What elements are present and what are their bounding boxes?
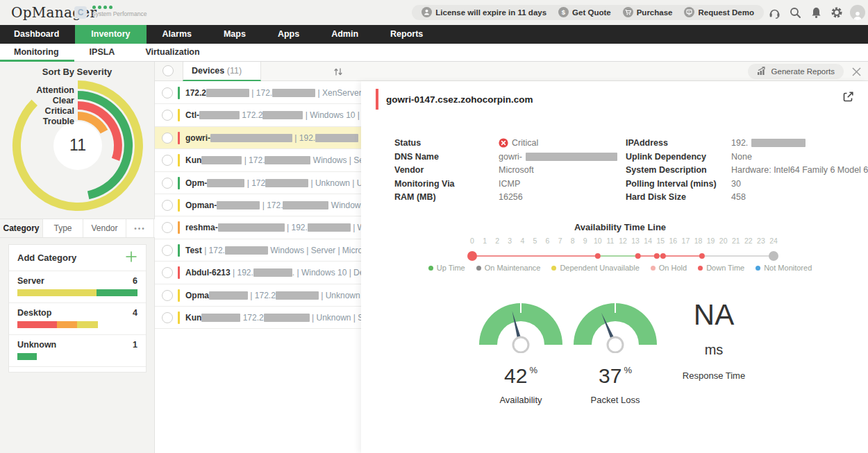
subnav-item-monitoring[interactable]: Monitoring [0,44,74,61]
gear-icon[interactable] [826,6,847,19]
search-icon[interactable] [785,6,806,19]
timeline-tick: 11 [606,237,614,245]
severity-label-trouble[interactable]: Trouble [43,117,74,126]
timeline-marker[interactable] [699,253,705,259]
category-tabs-more[interactable]: ••• [126,219,154,237]
left-sidebar: Sort By Severity AttentionClearCriticalT… [0,62,155,453]
severity-strip [178,311,180,324]
device-checkbox[interactable] [162,267,173,278]
device-checkbox[interactable] [162,245,173,256]
device-checkbox[interactable] [162,133,173,144]
license-pill-item-get-quote[interactable]: $Get Quote [558,7,611,19]
redacted-text [209,291,248,300]
device-row-6[interactable]: Opman- | 172. Windows 2012 R2 [155,194,361,216]
severity-label-critical[interactable]: Critical [45,106,74,116]
device-row-9[interactable]: Abdul-6213 | 192.. | Windows 10 | Deskto… [155,262,361,284]
generate-reports-label: Generate Reports [771,67,835,76]
device-row-4[interactable]: Kun | 172. Windows | Server | Micros [155,149,361,171]
device-severity-bar [376,89,378,110]
nav-item-dashboard[interactable]: Dashboard [0,25,75,44]
category-row-desktop[interactable]: Desktop4 [9,302,146,334]
device-row-7[interactable]: reshma- | 192. | Wind [155,216,361,239]
device-name: Opm- [185,178,207,188]
device-name: Ctl- [185,110,199,120]
response-time-value: NA [655,299,773,331]
sort-icon[interactable] [333,67,344,80]
device-row-2[interactable]: Ctl- 172.2 | Windows 10 | Desktop | Micr [155,104,361,126]
device-row-5[interactable]: Opm- | 172 | Unknown | Unknown | U [155,172,361,194]
subnav-item-virtualization[interactable]: Virtualization [130,44,215,61]
devices-tab[interactable]: Devices (11) [183,62,261,81]
device-checkbox[interactable] [162,87,173,99]
severity-label-clear[interactable]: Clear [53,96,74,105]
device-row-11[interactable]: Kun 172.2 | Unknown | Server | Unknow [155,307,361,329]
device-info: | Wind [351,223,361,232]
device-name: Opma [185,291,209,300]
nav-item-maps[interactable]: Maps [208,25,262,44]
device-info: | 172. [260,200,283,210]
device-checkbox[interactable] [162,200,173,211]
user-avatar[interactable] [847,5,868,20]
category-row-server[interactable]: Server6 [9,271,146,302]
nav-item-inventory[interactable]: Inventory [75,25,146,44]
device-checkbox[interactable] [162,312,173,323]
device-row-1[interactable]: 172.2 | 172. | XenServer | Server | Citr… [155,82,361,104]
redacted-text [262,111,303,119]
category-tab-vendor[interactable]: Vendor [83,219,126,237]
nav-item-alarms[interactable]: Alarms [147,25,208,44]
device-info: | 192. [292,133,315,143]
add-category-row[interactable]: Add Category [9,245,146,271]
device-checkbox[interactable] [162,290,173,301]
device-info: | 172 [244,178,265,188]
license-icon [422,7,432,19]
license-pill-item-license-will-expire-in-11-days[interactable]: License will expire in 11 days [422,7,546,19]
headset-icon[interactable] [764,6,785,19]
timeline-tick: 18 [694,237,703,245]
subnav-item-ipsla[interactable]: IPSLA [74,44,131,61]
select-all-checkbox[interactable] [162,65,174,76]
timeline-marker[interactable] [595,253,601,259]
nav-item-apps[interactable]: Apps [262,25,315,44]
external-link-icon[interactable] [842,91,854,105]
bell-icon[interactable] [806,6,826,19]
license-pill-item-request-demo[interactable]: Request Demo [684,7,754,19]
field-text: Critical [512,138,538,148]
device-checkbox[interactable] [162,178,173,189]
device-row-3[interactable]: gowri- | 192. | Windo [155,127,361,149]
nav-item-admin[interactable]: Admin [315,25,374,44]
list-header-strip: Devices (11) Generate Reports [155,62,868,81]
timeline-marker[interactable] [769,251,778,261]
timeline-marker[interactable] [660,253,666,259]
close-icon[interactable] [851,67,862,80]
category-tab-category[interactable]: Category [0,219,43,237]
license-pill-item-purchase[interactable]: Purchase [623,7,673,19]
device-checkbox[interactable] [162,222,173,233]
category-tab-type[interactable]: Type [43,219,83,237]
device-row-8[interactable]: Test | 172. Windows | Server | Microsoft… [155,239,361,262]
nav-item-reports[interactable]: Reports [374,25,439,44]
timeline-marker[interactable] [467,251,477,261]
device-info: | Unknown | Server | Unkn [319,291,361,300]
critical-status-icon [499,138,508,148]
pill-label: Request Demo [698,8,754,17]
category-row-unknown[interactable]: Unknown1 [9,334,146,366]
device-checkbox[interactable] [162,155,173,166]
device-info: | 192. [285,223,308,232]
redacted-text [206,89,249,97]
pill-label: License will expire in 11 days [435,8,546,17]
generate-reports-button[interactable]: Generate Reports [748,64,844,79]
severity-strip [178,199,180,212]
device-checkbox[interactable] [162,110,173,121]
response-time-unit: ms [655,342,773,358]
severity-label-attention[interactable]: Attention [36,85,74,95]
timeline-marker[interactable] [654,253,660,259]
severity-strip [178,132,180,144]
device-info: | Windows 10 | Desktop | Micr [303,110,361,120]
timeline-marker[interactable] [635,253,641,259]
redacted-text [308,223,351,232]
device-row-10[interactable]: Opma | 172.2 | Unknown | Server | Unkn [155,284,361,307]
severity-strip [178,87,180,99]
plus-icon[interactable] [125,250,137,265]
category-bar [17,353,137,360]
timeline-tick: 4 [520,237,524,245]
